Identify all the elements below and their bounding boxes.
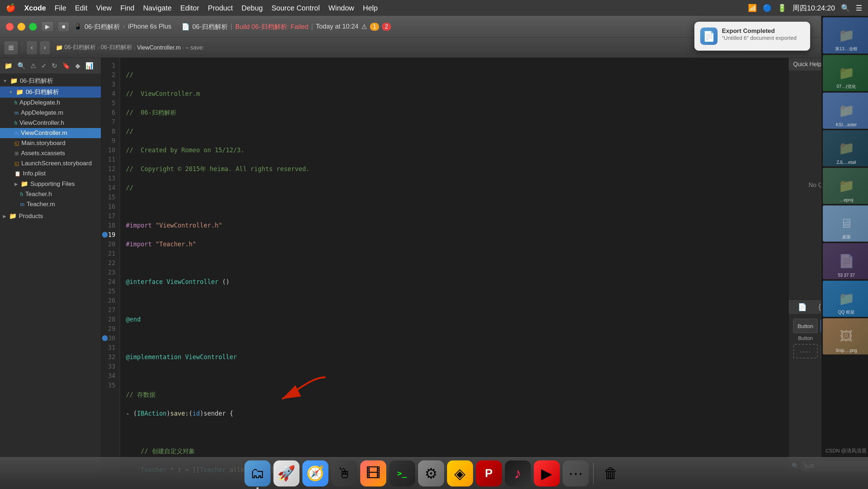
minimize-button[interactable] <box>17 23 25 31</box>
dock-item-productivity[interactable]: P <box>476 460 502 486</box>
line-num-28[interactable]: 28 <box>101 315 115 324</box>
line-num-31[interactable]: 31 <box>101 343 115 352</box>
line-num-4[interactable]: 4 <box>101 89 115 98</box>
dock-item-mouse[interactable]: 🖱 <box>331 460 357 486</box>
line-num-26[interactable]: 26 <box>101 296 115 305</box>
dock-item-terminal[interactable]: >_ <box>389 460 415 486</box>
line-num-8[interactable]: 8 <box>101 127 115 136</box>
menubar-list-icon[interactable]: ☰ <box>856 4 862 12</box>
desktop-thumb-snip[interactable]: 🖼 Snip….png <box>823 318 868 354</box>
line-num-21[interactable]: 21 <box>101 249 115 258</box>
menubar-edit[interactable]: Edit <box>75 4 87 12</box>
line-num-13[interactable]: 13 <box>101 174 115 183</box>
line-num-7[interactable]: 7 <box>101 117 115 127</box>
dock-item-photos[interactable]: 🎞 <box>360 460 386 486</box>
sidebar-warning-icon[interactable]: ⚠ <box>29 60 38 71</box>
menubar-debug[interactable]: Debug <box>242 4 263 12</box>
tree-item-viewcontroller-m[interactable]: m ViewController.m <box>0 128 101 138</box>
menubar-file[interactable]: File <box>55 4 66 12</box>
desktop-thumb-1[interactable]: 📁 第13…业框 <box>823 17 868 54</box>
nav-back-button[interactable]: ‹ <box>27 41 37 54</box>
ib-button-box[interactable]: Button <box>793 319 818 333</box>
code-content[interactable]: // // ViewController.m // 06-归档解析 // // … <box>120 58 788 473</box>
desktop-thumb-qq[interactable]: 📁 QQ 框架 <box>823 281 868 317</box>
ib-dashed1-box[interactable]: ····· <box>793 344 818 358</box>
tree-item-viewcontroller-h[interactable]: h ViewController.h <box>0 118 101 128</box>
line-num-32[interactable]: 32 <box>101 352 115 362</box>
sidebar-search-icon[interactable]: 🔍 <box>16 60 27 71</box>
desktop-thumb-3[interactable]: 📁 KSI…aster <box>823 93 868 129</box>
menubar-editor[interactable]: Editor <box>180 4 199 12</box>
line-num-19[interactable]: 19 <box>101 230 115 239</box>
breadcrumb-project[interactable]: 06-归档解析 <box>64 44 96 51</box>
sidebar-bookmark-icon[interactable]: 🔖 <box>61 60 72 71</box>
line-num-3[interactable]: 3 <box>101 80 115 89</box>
tree-item-launch-storyboard[interactable]: ◱ LaunchScreen.storyboard <box>0 158 101 169</box>
sidebar-git-icon[interactable]: ↻ <box>50 60 59 71</box>
dock-item-trash[interactable]: 🗑 <box>598 460 624 486</box>
dock-item-more[interactable]: ⋯ <box>563 460 589 486</box>
ib-file-icon[interactable]: 📄 <box>795 301 810 313</box>
line-num-6[interactable]: 6 <box>101 108 115 117</box>
line-num-2[interactable]: 2 <box>101 70 115 80</box>
desktop-thumb-2[interactable]: 📁 07…(优化 <box>823 55 868 91</box>
code-area[interactable]: 1 2 3 4 5 6 7 8 9 10 11 12 13 14 15 16 1 <box>101 58 788 473</box>
line-num-14[interactable]: 14 <box>101 183 115 192</box>
code-editor[interactable]: 1 2 3 4 5 6 7 8 9 10 11 12 13 14 15 16 1 <box>101 58 788 473</box>
line-num-5[interactable]: 5 <box>101 98 115 108</box>
line-num-35[interactable]: 35 <box>101 380 115 390</box>
line-num-16[interactable]: 16 <box>101 202 115 211</box>
ib-item-dashed1[interactable]: ····· <box>793 344 818 361</box>
tree-item-assets[interactable]: ⊞ Assets.xcassets <box>0 148 101 158</box>
dock-item-settings[interactable]: ⚙ <box>418 460 444 486</box>
line-num-9[interactable]: 9 <box>101 136 115 145</box>
desktop-thumb-desktop[interactable]: 🖥 桌面 <box>823 205 868 242</box>
menubar-search-icon[interactable]: 🔍 <box>841 4 850 12</box>
line-num-25[interactable]: 25 <box>101 286 115 296</box>
breadcrumb-file[interactable]: ViewController.m <box>137 44 181 51</box>
sidebar-breakpoint-icon[interactable]: ◆ <box>74 60 82 71</box>
menubar-find[interactable]: Find <box>120 4 135 12</box>
dock-item-finder[interactable]: 🗂 <box>244 460 271 486</box>
line-num-22[interactable]: 22 <box>101 258 115 268</box>
sidebar-test-icon[interactable]: ✓ <box>40 60 48 71</box>
menubar-navigate[interactable]: Navigate <box>143 4 172 12</box>
line-num-24[interactable]: 24 <box>101 277 115 286</box>
tree-item-info-plist[interactable]: 📋 Info.plist <box>0 169 101 179</box>
line-num-11[interactable]: 11 <box>101 155 115 164</box>
dock-item-safari[interactable]: 🧭 <box>302 460 328 486</box>
menubar-product[interactable]: Product <box>208 4 233 12</box>
maximize-button[interactable] <box>29 23 37 31</box>
tree-item-products[interactable]: ▶ 📁 Products <box>0 211 101 221</box>
menubar-help[interactable]: Help <box>363 4 378 12</box>
line-num-30[interactable]: 30 <box>101 333 115 343</box>
tree-item-teacher-h[interactable]: h Teacher.h <box>0 189 101 199</box>
sidebar-report-icon[interactable]: 📊 <box>84 60 95 71</box>
breadcrumb-group[interactable]: 06-归档解析 <box>101 44 132 51</box>
tree-item-main-storyboard[interactable]: ◱ Main.storyboard <box>0 138 101 148</box>
tree-item-teacher-m[interactable]: m Teacher.m <box>0 199 101 209</box>
tree-item-appdelegate-h[interactable]: h AppDelegate.h <box>0 98 101 108</box>
dock-item-launchpad[interactable]: 🚀 <box>273 460 299 486</box>
menubar-xcode[interactable]: Xcode <box>24 4 46 12</box>
line-num-23[interactable]: 23 <box>101 268 115 277</box>
desktop-thumb-4[interactable]: 📁 ZJL…etail <box>823 130 868 166</box>
tree-item-supporting-files[interactable]: ▶ 📁 Supporting Files <box>0 179 101 189</box>
menubar-source-control[interactable]: Source Control <box>272 4 320 12</box>
line-num-18[interactable]: 18 <box>101 221 115 230</box>
line-num-20[interactable]: 20 <box>101 239 115 249</box>
line-num-17[interactable]: 17 <box>101 211 115 221</box>
breadcrumb-function[interactable]: – save: <box>186 44 204 51</box>
line-num-33[interactable]: 33 <box>101 362 115 371</box>
stop-button[interactable]: ■ <box>58 22 69 32</box>
dock-item-music[interactable]: ♪ <box>505 460 531 486</box>
line-num-1[interactable]: 1 <box>101 61 115 70</box>
ib-item-button[interactable]: Button Button <box>793 319 818 341</box>
menubar-window[interactable]: Window <box>328 4 354 12</box>
sidebar-toggle-button[interactable]: ⊞ <box>4 41 18 54</box>
tree-item-project[interactable]: ▼ 📁 06-归档解析 <box>0 86 101 98</box>
dock-item-sketch[interactable]: ◈ <box>447 460 473 486</box>
line-num-27[interactable]: 27 <box>101 305 115 315</box>
run-button[interactable]: ▶ <box>41 21 54 32</box>
tree-item-appdelegate-m[interactable]: m AppDelegate.m <box>0 108 101 118</box>
